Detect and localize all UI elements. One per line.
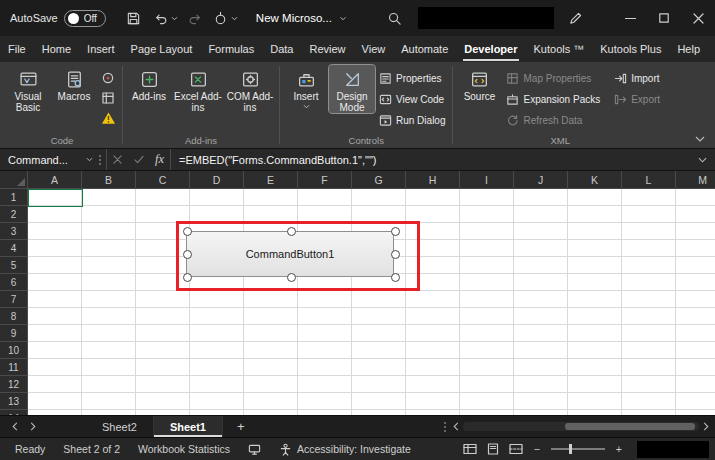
tab-review[interactable]: Review (301, 36, 353, 62)
export-button[interactable]: Export (610, 89, 664, 110)
undo-button[interactable] (153, 11, 178, 26)
tab-page-layout[interactable]: Page Layout (123, 36, 201, 62)
document-title[interactable]: New Microso... (256, 12, 347, 24)
row-header-4[interactable]: 4 (0, 240, 28, 257)
column-header-k[interactable]: K (568, 171, 622, 189)
collapse-ribbon-button[interactable] (695, 136, 705, 142)
new-sheet-button[interactable]: + (223, 419, 259, 434)
enter-button[interactable] (128, 149, 149, 171)
column-header-l[interactable]: L (622, 171, 676, 189)
zoom-slider-thumb[interactable] (569, 444, 572, 454)
row-header-8[interactable]: 8 (0, 308, 28, 325)
tab-help[interactable]: Help (669, 36, 708, 62)
properties-button[interactable]: Properties (375, 68, 449, 89)
ink-pen-button[interactable] (568, 11, 583, 26)
tab-kutools-plus[interactable]: Kutools Plus (592, 36, 669, 62)
zoom-slider[interactable] (551, 448, 605, 450)
addins-button[interactable]: Add-ins (126, 65, 172, 102)
column-header-h[interactable]: H (406, 171, 460, 189)
maximize-button[interactable] (647, 0, 681, 36)
display-settings-button[interactable] (239, 443, 270, 456)
column-header-j[interactable]: J (514, 171, 568, 189)
touch-mouse-dropdown-icon[interactable] (231, 16, 238, 21)
row-header-13[interactable]: 13 (0, 393, 28, 410)
tab-insert[interactable]: Insert (79, 36, 123, 62)
column-header-a[interactable]: A (28, 171, 82, 189)
select-all-corner[interactable] (0, 171, 28, 189)
view-code-button[interactable]: View Code (375, 89, 449, 110)
redo-button[interactable] (188, 11, 203, 26)
insert-function-button[interactable]: fx (149, 149, 170, 171)
previous-sheet-icon[interactable] (12, 422, 18, 431)
selection-handle-bottom-middle[interactable] (287, 273, 296, 282)
column-header-g[interactable]: G (352, 171, 406, 189)
sheet-tab-sheet2[interactable]: Sheet2 (86, 416, 154, 437)
refresh-data-button[interactable]: Refresh Data (502, 110, 604, 131)
selection-handle-middle-right[interactable] (391, 250, 400, 259)
tab-automate[interactable]: Automate (393, 36, 456, 62)
design-mode-button[interactable]: Design Mode (329, 65, 375, 113)
name-box-gripper-icon[interactable] (98, 154, 102, 166)
macros-button[interactable]: Macros (51, 65, 97, 102)
row-header-3[interactable]: 3 (0, 223, 28, 240)
selection-handle-top-middle[interactable] (287, 227, 296, 236)
run-dialog-button[interactable]: Run Dialog (375, 110, 449, 131)
zoom-in-button[interactable]: + (614, 443, 624, 455)
tab-shape-form[interactable]: Shape Form (708, 36, 715, 62)
selection-handle-top-right[interactable] (391, 227, 400, 236)
column-header-c[interactable]: C (136, 171, 190, 189)
tab-kutools[interactable]: Kutools ™ (526, 36, 593, 62)
excel-addins-button[interactable]: Excel Add-ins (172, 65, 224, 113)
scrollbar-track[interactable] (463, 422, 699, 431)
selection-handle-top-left[interactable] (183, 227, 192, 236)
com-addins-button[interactable]: COM Add-ins (224, 65, 276, 113)
name-box-dropdown-icon[interactable] (86, 157, 93, 162)
expansion-packs-button[interactable]: Expansion Packs (502, 89, 604, 110)
selection-handle-bottom-left[interactable] (183, 273, 192, 282)
visual-basic-button[interactable]: Visual Basic (5, 65, 51, 113)
page-layout-view-button[interactable] (486, 443, 500, 455)
row-header-2[interactable]: 2 (0, 206, 28, 223)
scrollbar-thumb[interactable] (565, 423, 695, 430)
row-header-9[interactable]: 9 (0, 325, 28, 342)
column-header-b[interactable]: B (82, 171, 136, 189)
xml-source-button[interactable]: Source (456, 65, 502, 102)
row-header-11[interactable]: 11 (0, 359, 28, 376)
row-header-7[interactable]: 7 (0, 291, 28, 308)
page-break-view-button[interactable] (509, 443, 523, 455)
column-header-m[interactable]: M (676, 171, 715, 189)
tab-view[interactable]: View (354, 36, 394, 62)
record-macro-button[interactable] (97, 68, 119, 88)
formula-input[interactable]: =EMBED("Forms.CommandButton.1","") (171, 154, 690, 166)
column-header-i[interactable]: I (460, 171, 514, 189)
touch-mouse-mode-button[interactable] (213, 11, 238, 26)
row-header-1[interactable]: 1 (0, 189, 28, 206)
autosave-toggle[interactable]: AutoSave Off (10, 10, 106, 27)
accessibility-status-button[interactable]: Accessibility: Investigate (270, 443, 420, 456)
save-button[interactable] (126, 11, 141, 26)
row-header-6[interactable]: 6 (0, 274, 28, 291)
column-header-e[interactable]: E (244, 171, 298, 189)
column-header-d[interactable]: D (190, 171, 244, 189)
normal-view-button[interactable] (463, 443, 477, 455)
active-cell-a1[interactable] (28, 189, 83, 207)
scroll-right-icon[interactable] (703, 422, 709, 431)
expand-formula-bar-icon[interactable] (690, 157, 715, 163)
column-header-f[interactable]: F (298, 171, 352, 189)
command-button-control[interactable]: CommandButton1 (186, 231, 394, 277)
zoom-out-button[interactable]: − (532, 443, 542, 455)
row-header-10[interactable]: 10 (0, 342, 28, 359)
workbook-statistics-button[interactable]: Workbook Statistics (129, 443, 239, 455)
name-box[interactable]: Command... (0, 149, 106, 170)
search-button[interactable] (387, 11, 402, 26)
map-properties-button[interactable]: Map Properties (502, 68, 604, 89)
selection-handle-middle-left[interactable] (183, 250, 192, 259)
selection-handle-bottom-right[interactable] (391, 273, 400, 282)
macro-security-button[interactable] (97, 108, 119, 128)
sheet-tab-sheet1[interactable]: Sheet1 (154, 416, 223, 437)
tab-developer[interactable]: Developer (456, 36, 525, 62)
row-header-5[interactable]: 5 (0, 257, 28, 274)
minimize-button[interactable] (613, 0, 647, 36)
import-button[interactable]: Import (610, 68, 664, 89)
cancel-button[interactable] (107, 149, 128, 171)
